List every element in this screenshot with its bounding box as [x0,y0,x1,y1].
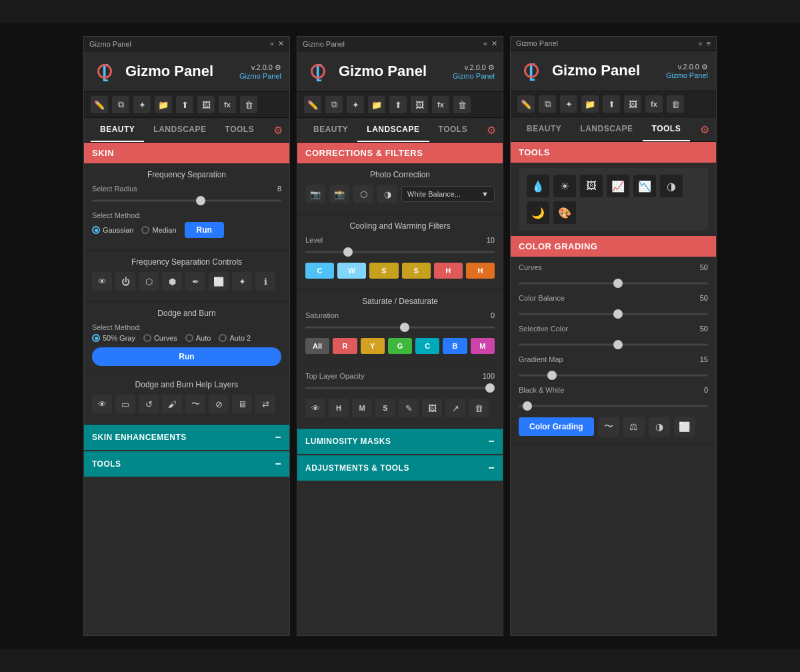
tab-beauty-2[interactable]: BEAUTY [304,118,357,142]
radius-slider[interactable] [92,195,281,206]
palette-icon[interactable]: 🎨 [553,201,576,224]
black-white-slider[interactable] [519,401,708,411]
square-icon[interactable]: ⬜ [674,417,695,437]
eye-layer-icon[interactable]: 👁 [305,399,325,417]
brush-icon-2[interactable]: ✏️ [304,96,321,113]
sun-icon[interactable]: ☀ [553,175,576,197]
tab-beauty[interactable]: BEAUTY [91,118,144,142]
curves-slider[interactable] [519,278,708,289]
red-btn[interactable]: R [333,338,357,354]
run-btn-1[interactable]: Run [185,222,224,238]
image-icon[interactable]: 🖼 [197,96,215,113]
tab-tools-3[interactable]: TOOLS [643,117,691,141]
tab-landscape-1[interactable]: LANDSCAPE [144,118,215,142]
export-icon-2[interactable]: ⬆ [389,96,407,113]
white-balance-dropdown[interactable]: White Balance... ▼ [401,186,495,202]
color-balance-slider[interactable] [519,309,708,319]
select-icon[interactable]: ⬜ [209,272,229,291]
monitor-icon[interactable]: 🖥 [232,395,252,413]
auto-radio[interactable]: Auto [185,334,211,342]
camera2-icon[interactable]: 📸 [329,185,349,203]
star-icon-3[interactable]: ✦ [560,95,577,113]
h-icon[interactable]: H [329,399,349,417]
power-icon[interactable]: ⏻ [115,272,135,291]
color-grading-button[interactable]: Color Grading [519,417,594,436]
tools-collapse-1[interactable]: − [275,458,281,470]
all-btn[interactable]: All [305,338,329,354]
info-icon[interactable]: ℹ [255,272,275,291]
layers2-icon[interactable]: ⬢ [162,272,182,291]
chart2-icon[interactable]: 📉 [633,175,656,197]
eye-off-icon[interactable]: 👁 [92,272,112,291]
export-icon[interactable]: ⬆ [176,96,193,113]
tab-tools-2[interactable]: TOOLS [429,118,477,142]
brush-icon-3[interactable]: ✏️ [517,95,535,113]
s-icon[interactable]: S [375,399,395,417]
edit-icon[interactable]: ✎ [399,399,419,417]
sepia-btn[interactable]: S [369,263,398,279]
close-icon-2[interactable]: ✕ [491,39,497,48]
auto2-radio[interactable]: Auto 2 [219,334,251,342]
fx-icon-3[interactable]: fx [645,95,663,113]
tab-tools-1[interactable]: TOOLS [216,118,264,142]
folder-icon[interactable]: 📁 [155,96,172,113]
adjustments-collapse[interactable]: − [488,462,495,474]
skin-enhancements-collapse[interactable]: − [275,431,281,443]
cyan-btn[interactable]: C [415,338,439,354]
blue-btn[interactable]: B [443,338,467,354]
chart-icon[interactable]: 📈 [607,175,629,197]
top-layer-slider[interactable] [305,383,495,393]
collapse-icon-2[interactable]: « [483,39,487,48]
tab-landscape-3[interactable]: LANDSCAPE [571,117,642,141]
contrast-icon[interactable]: ◑ [377,185,397,203]
close-icon-1[interactable]: ✕ [278,39,284,48]
tab-beauty-3[interactable]: BEAUTY [517,117,571,141]
gallery-icon[interactable]: 🖼 [422,399,442,417]
fx-icon-2[interactable]: fx [432,96,449,113]
gray50-radio[interactable]: 50% Gray [92,334,135,342]
trash-icon-3[interactable]: 🗑 [667,95,684,113]
sepia2-btn[interactable]: S [402,263,431,279]
tools-header-1[interactable]: TOOLS − [84,451,289,477]
curve-icon[interactable]: 〜 [185,395,205,413]
collapse-icon-3[interactable]: « [698,39,702,47]
drop-icon[interactable]: 💧 [527,175,549,197]
photo2-icon[interactable]: 🖼 [580,175,603,197]
settings-gear-3[interactable]: ⚙ [700,123,709,136]
image-icon-3[interactable]: 🖼 [624,95,641,113]
trash-icon-2[interactable]: 🗑 [453,96,471,113]
brush-icon[interactable]: ✏️ [91,96,108,113]
eye-icon[interactable]: 👁 [92,395,112,413]
rotate-icon[interactable]: ↺ [139,395,159,413]
saturation-slider[interactable] [305,322,495,333]
collapse-icon-1[interactable]: « [270,39,274,48]
green-btn[interactable]: G [388,338,412,354]
curve-graph-icon[interactable]: 〜 [598,417,619,437]
layers-icon[interactable]: ⬡ [139,272,159,291]
skin-enhancements-header[interactable]: SKIN ENHANCEMENTS − [84,425,289,450]
magenta-btn[interactable]: M [471,338,495,354]
luminosity-collapse[interactable]: − [488,435,495,447]
copy-icon-3[interactable]: ⧉ [539,95,556,113]
export-icon-3[interactable]: ⬆ [603,95,620,113]
hot2-btn[interactable]: H [466,263,495,279]
moon-icon[interactable]: 🌙 [527,201,549,224]
star-icon[interactable]: ✦ [133,96,151,113]
contrast2-icon[interactable]: ◑ [649,417,670,437]
gradient-map-slider[interactable] [519,370,708,381]
hot-btn[interactable]: H [434,263,463,279]
fx-icon[interactable]: fx [219,96,236,113]
median-radio[interactable]: Median [141,226,176,234]
star-icon-2[interactable]: ✦ [347,96,364,113]
no-icon[interactable]: ⊘ [209,395,229,413]
luminosity-masks-header[interactable]: LUMINOSITY MASKS − [297,429,503,454]
settings-gear-1[interactable]: ⚙ [273,124,283,137]
folder-icon-2[interactable]: 📁 [368,96,385,113]
image-icon-2[interactable]: 🖼 [411,96,428,113]
level-slider[interactable] [305,247,495,257]
trash-icon[interactable]: 🗑 [240,96,257,113]
menu-icon-3[interactable]: ≡ [707,39,711,47]
export2-icon[interactable]: ↗ [445,399,465,417]
warm-btn[interactable]: W [337,263,366,279]
trash2-icon[interactable]: 🗑 [469,399,489,417]
